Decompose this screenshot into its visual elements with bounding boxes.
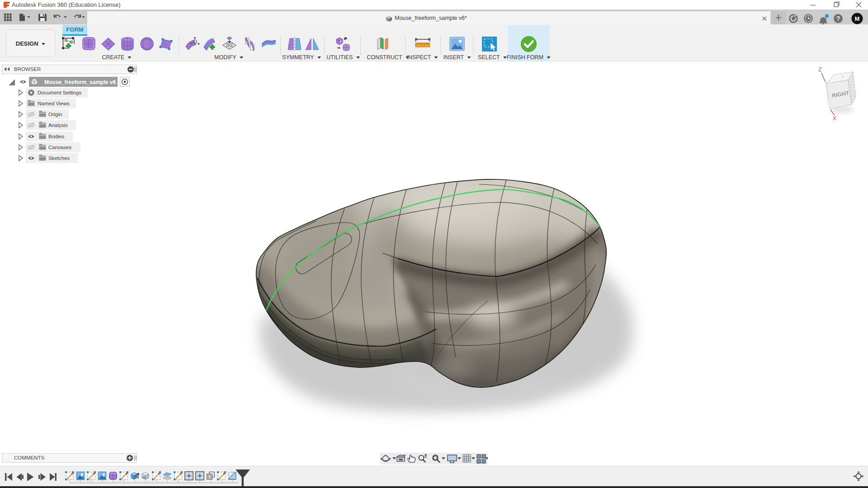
svg-text:M: M bbox=[855, 15, 860, 22]
svg-text:Mouse_freeform_sample v6: Mouse_freeform_sample v6 bbox=[44, 79, 116, 85]
svg-text:Canvases: Canvases bbox=[48, 145, 71, 150]
svg-text:Named Views: Named Views bbox=[38, 101, 70, 106]
svg-text:X: X bbox=[833, 115, 837, 122]
svg-text:Origin: Origin bbox=[48, 112, 62, 117]
svg-text:?: ? bbox=[836, 15, 840, 22]
svg-text:Bodies: Bodies bbox=[48, 134, 64, 139]
svg-text:Document Settings: Document Settings bbox=[38, 90, 81, 95]
svg-text:Sketches: Sketches bbox=[48, 155, 70, 161]
svg-text:Z: Z bbox=[818, 66, 822, 73]
svg-text:Analysis: Analysis bbox=[48, 122, 68, 128]
